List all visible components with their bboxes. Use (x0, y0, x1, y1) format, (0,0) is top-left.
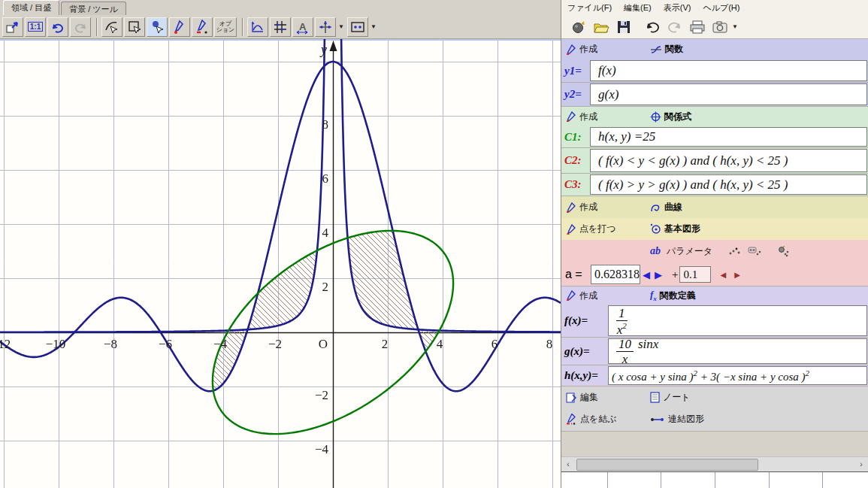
graph-tabbar: 領域 / 目盛 背景 / ツール (0, 0, 561, 15)
c1-input[interactable]: h(x, y) =25 (590, 127, 867, 147)
toolbar-separator (96, 18, 98, 36)
create-relation-button[interactable]: 作成 (561, 111, 650, 123)
f-def-label: f(x)= (561, 305, 608, 337)
save-file-button[interactable] (612, 17, 635, 37)
grape-dots-icon[interactable] (776, 246, 789, 257)
edit-note-icon (566, 392, 577, 403)
connect-points-button[interactable]: 点を結ぶ (561, 413, 650, 426)
y2-input[interactable]: g(x) (590, 83, 867, 105)
toolbar-separator (242, 18, 243, 36)
undo-button[interactable] (641, 17, 664, 37)
one-to-one-icon: 1:1 (28, 22, 43, 32)
relation-section-header: 作成 関係式 (561, 107, 868, 126)
screenshot-dropdown[interactable]: ▼ (732, 23, 738, 30)
y1-input[interactable]: f(x) (590, 60, 867, 81)
parameter-section: ab パラメータ a = 0.628318 ◀ ▶ + 0.1 ◀ ▶ (561, 240, 868, 286)
menu-file[interactable]: ファイル(F) (561, 2, 618, 14)
c3-input[interactable]: ( f(x) > y > g(x) ) and ( h(x, y) < 25 ) (590, 174, 867, 195)
select-curve-tool-button[interactable] (101, 17, 122, 37)
create-function-button[interactable]: 作成 (561, 43, 650, 56)
c2-input[interactable]: ( f(x) < y < g(x) ) and ( h(x, y) < 25 ) (590, 149, 867, 172)
record-dots-icon[interactable] (747, 246, 762, 256)
graph-area (0, 39, 561, 488)
c3-row: C3: ( f(x) > y > g(x) ) and ( h(x, y) < … (561, 174, 868, 196)
function-section-title: 関数 (650, 43, 683, 56)
y1-label: y1= (561, 59, 590, 82)
open-folder-icon (593, 20, 609, 35)
tab-background-tools[interactable]: 背景 / ツール (61, 2, 126, 15)
step-increase-button[interactable]: ▶ (734, 271, 740, 279)
create-funcdef-button[interactable]: 作成 (561, 289, 650, 302)
plot-point-button[interactable]: 点を打つ (561, 223, 650, 235)
show-labels-button[interactable]: A (292, 17, 313, 37)
move-point-tool-button[interactable] (147, 17, 168, 37)
scroll-left-button[interactable]: ‹ (561, 458, 575, 471)
scrollbar-thumb[interactable] (576, 459, 758, 471)
function-curve-icon (650, 44, 662, 55)
y2-label: y2= (561, 83, 590, 106)
camera-icon (712, 20, 728, 34)
tab-region-scale[interactable]: 領域 / 目盛 (3, 0, 59, 15)
scroll-right-button[interactable]: › (854, 458, 868, 471)
axis-settings-button[interactable] (315, 17, 336, 37)
linked-shape-title: 連結図形 (650, 413, 704, 426)
ab-icon: ab (650, 245, 661, 257)
g-def-row: g(x)= 10xsinx (561, 338, 868, 365)
select-frame-tool-button[interactable] (124, 17, 145, 37)
param-decrease-button[interactable]: ◀ (643, 269, 650, 280)
table-column-divider (822, 472, 823, 488)
options-button[interactable]: オプション (214, 17, 237, 37)
c1-label: C1: (561, 126, 590, 147)
scrollbar-track[interactable] (575, 458, 854, 471)
pencil-icon (566, 290, 576, 301)
point-list-table[interactable] (561, 471, 868, 488)
redo-button[interactable] (664, 17, 686, 37)
graph-canvas[interactable] (0, 39, 561, 488)
relation-section-title: 関係式 (650, 111, 691, 123)
param-step-plus-label: + (672, 268, 678, 281)
f-def-input[interactable]: 1x2 (608, 305, 867, 336)
label-a-icon: A (295, 20, 310, 35)
menu-help[interactable]: ヘルプ(H) (697, 2, 746, 14)
param-a-label: a = (565, 268, 591, 281)
draw-point-tool-button[interactable] (169, 17, 190, 37)
fx-icon: fx (650, 289, 657, 302)
select-frame-icon (127, 20, 142, 35)
edit-note-button[interactable]: 編集 (561, 391, 650, 404)
step-decrease-button[interactable]: ◀ (720, 271, 726, 279)
param-a-value-input[interactable]: 0.628318 (591, 265, 640, 284)
axis-settings-dropdown[interactable]: ▼ (338, 23, 344, 30)
undo-view-button[interactable] (47, 17, 68, 37)
open-file-button[interactable] (590, 17, 612, 37)
redo-view-button[interactable] (70, 17, 91, 37)
zoom-1to1-button[interactable]: 1:1 (25, 17, 46, 37)
note-icon (650, 392, 660, 403)
param-step-input[interactable]: 0.1 (679, 266, 711, 283)
horizontal-scrollbar[interactable]: ‹ › (561, 456, 868, 471)
new-file-button[interactable] (567, 17, 590, 37)
menu-edit[interactable]: 編集(E) (618, 2, 658, 14)
param-increase-button[interactable]: ▶ (655, 269, 662, 280)
h-def-input[interactable]: ( x cosa + y sina )2 + 3( −x sina + y co… (608, 366, 867, 385)
c1-row: C1: h(x, y) =25 (561, 126, 868, 148)
display-range-button[interactable] (347, 17, 368, 37)
parameter-row: a = 0.628318 ◀ ▶ + 0.1 ◀ ▶ (561, 262, 868, 286)
curve-icon (650, 202, 661, 213)
redo-icon (667, 21, 683, 33)
display-range-dropdown[interactable]: ▼ (370, 23, 377, 30)
g-def-input[interactable]: 10xsinx (608, 338, 867, 364)
basic-shape-section-title: 基本図形 (650, 223, 700, 235)
menu-view[interactable]: 表示(V) (658, 2, 697, 14)
zoom-region-button[interactable] (2, 17, 23, 37)
screenshot-button[interactable] (709, 17, 731, 37)
create-curve-button[interactable]: 作成 (561, 201, 650, 214)
show-grid-button[interactable] (270, 17, 291, 37)
y2-row: y2= g(x) (561, 83, 868, 107)
pencil-icon (566, 44, 576, 55)
show-region-button[interactable] (247, 17, 268, 37)
select-curve-icon (104, 20, 119, 35)
linked-shape-icon (650, 416, 665, 423)
draw-segment-tool-button[interactable] (192, 17, 213, 37)
print-button[interactable] (686, 17, 709, 37)
trace-dots-icon[interactable] (727, 246, 741, 256)
